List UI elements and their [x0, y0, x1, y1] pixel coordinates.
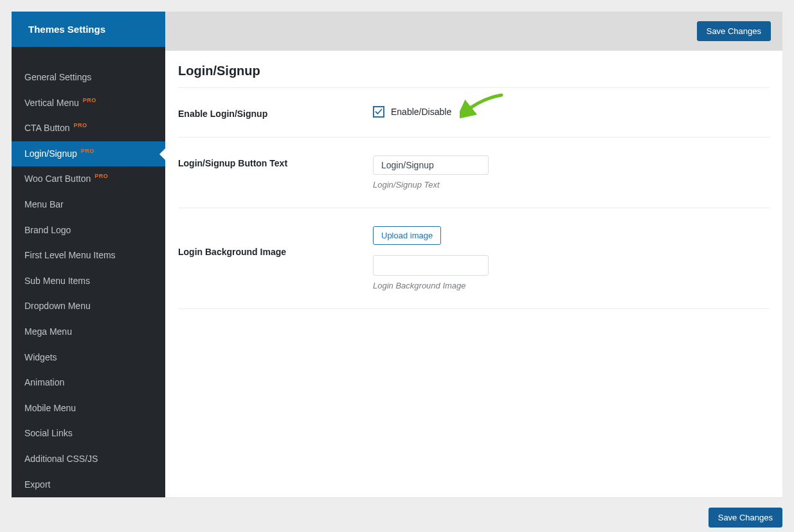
bg-image-field: Upload image Login Background Image: [373, 226, 770, 290]
enable-checkbox[interactable]: [373, 106, 384, 118]
sidebar-item-cta-button[interactable]: CTA ButtonPRO: [12, 116, 165, 141]
button-text-input[interactable]: [373, 155, 489, 175]
sidebar-item-label: Woo Cart Button: [24, 173, 91, 184]
enable-checkbox-label: Enable/Disable: [391, 107, 451, 117]
sidebar-item-mobile-menu[interactable]: Mobile Menu: [12, 396, 165, 421]
sidebar-item-menu-bar[interactable]: Menu Bar: [12, 192, 165, 218]
sidebar-item-label: Menu Bar: [24, 199, 64, 209]
bg-image-row: Login Background Image Upload image Logi…: [178, 208, 770, 309]
sidebar-item-label: Vertical Menu: [24, 98, 79, 108]
sidebar-title: Themes Settings: [12, 12, 165, 47]
main-area: Save Changes Login/Signup Enable Login/S…: [165, 12, 782, 497]
sidebar-item-social-links[interactable]: Social Links: [12, 421, 165, 447]
topbar: Save Changes: [165, 12, 782, 51]
pro-badge: PRO: [83, 97, 96, 103]
sidebar-item-label: Widgets: [24, 352, 57, 362]
pro-badge: PRO: [81, 148, 95, 154]
button-text-label: Login/Signup Button Text: [178, 155, 373, 190]
sidebar-spacer: [12, 47, 165, 65]
sidebar-item-brand-logo[interactable]: Brand Logo: [12, 218, 165, 244]
checkmark-icon: [375, 108, 383, 116]
content-area: Login/Signup Enable Login/Signup: [165, 51, 782, 497]
enable-login-field: Enable/Disable: [373, 106, 770, 119]
upload-image-button[interactable]: Upload image: [373, 226, 441, 245]
sidebar-item-mega-menu[interactable]: Mega Menu: [12, 319, 165, 345]
save-button-bottom[interactable]: Save Changes: [708, 508, 782, 528]
sidebar-item-export[interactable]: Export: [12, 472, 165, 498]
button-text-field: Login/Signup Text: [373, 155, 770, 190]
sidebar-item-login-signup[interactable]: Login/SignupPRO: [12, 141, 165, 167]
settings-panel: Themes Settings General SettingsVertical…: [12, 12, 782, 497]
enable-login-row: Enable Login/Signup Enable/Disable: [178, 88, 770, 137]
sidebar-item-label: Brand Logo: [24, 225, 71, 235]
sidebar-item-woo-cart-button[interactable]: Woo Cart ButtonPRO: [12, 166, 165, 192]
sidebar-item-sub-menu-items[interactable]: Sub Menu Items: [12, 269, 165, 294]
enable-login-label: Enable Login/Signup: [178, 106, 373, 119]
bottom-bar: Save Changes: [12, 497, 782, 528]
sidebar-item-additional-css-js[interactable]: Additional CSS/JS: [12, 447, 165, 472]
button-text-help: Login/Signup Text: [373, 180, 770, 190]
save-button-top[interactable]: Save Changes: [697, 21, 771, 41]
sidebar-item-label: Mega Menu: [24, 326, 72, 337]
sidebar-item-widgets[interactable]: Widgets: [12, 345, 165, 371]
bg-image-label: Login Background Image: [178, 226, 373, 290]
sidebar-item-label: General Settings: [24, 72, 91, 82]
sidebar-item-label: Sub Menu Items: [24, 276, 90, 286]
page-title: Login/Signup: [178, 64, 770, 78]
sidebar-item-label: Additional CSS/JS: [24, 454, 98, 464]
sidebar-item-label: CTA Button: [24, 123, 70, 133]
button-text-row: Login/Signup Button Text Login/Signup Te…: [178, 137, 770, 208]
sidebar-item-label: Animation: [24, 377, 64, 387]
sidebar-item-vertical-menu[interactable]: Vertical MenuPRO: [12, 91, 165, 116]
pro-badge: PRO: [95, 173, 108, 179]
sidebar-item-label: First Level Menu Items: [24, 250, 116, 260]
image-preview-placeholder: [373, 255, 489, 276]
sidebar-item-dropdown-menu[interactable]: Dropdown Menu: [12, 294, 165, 319]
bg-image-help: Login Background Image: [373, 281, 770, 290]
sidebar-item-label: Export: [24, 479, 50, 490]
sidebar-item-first-level-menu-items[interactable]: First Level Menu Items: [12, 243, 165, 269]
sidebar-item-label: Login/Signup: [24, 148, 77, 159]
sidebar-item-label: Mobile Menu: [24, 403, 76, 413]
sidebar-item-label: Social Links: [24, 428, 73, 438]
sidebar-item-general-settings[interactable]: General Settings: [12, 65, 165, 91]
sidebar-item-label: Dropdown Menu: [24, 301, 91, 311]
sidebar: Themes Settings General SettingsVertical…: [12, 12, 165, 497]
sidebar-item-animation[interactable]: Animation: [12, 370, 165, 396]
pro-badge: PRO: [74, 122, 87, 129]
